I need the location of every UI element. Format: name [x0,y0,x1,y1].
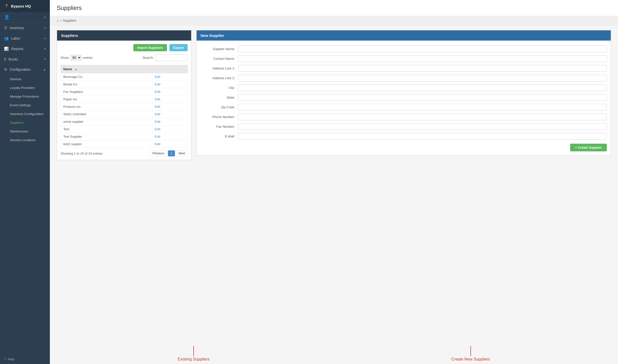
input-address-line1[interactable] [238,65,607,72]
reports-chevron-icon: ▾ [44,47,46,51]
showing-text: Showing 1 to 10 of 10 entries [61,152,102,155]
input-address-line2[interactable] [238,75,607,81]
sidebar-item-inventory-configuration[interactable]: Inventory Configuration [0,110,50,118]
label-zip-code: Zip Code: [201,105,238,109]
table-row: Bread Co. Edit [61,81,188,88]
form-row-zip-code: Zip Code: [201,104,607,111]
sidebar-item-labor[interactable]: 👥 Labor ▾ [0,33,50,44]
entries-select[interactable]: 50 25 10 [70,55,81,61]
user-menu[interactable]: 👤 ▾ [0,12,50,23]
pagination: Previous 1 Next [150,150,188,156]
user-chevron-icon: ▾ [44,16,46,19]
new-supplier-form: Supplier Name: Contact Name: Address Lin… [197,41,611,155]
form-row-state: State: [201,94,607,101]
edit-link[interactable]: Edit [155,127,160,131]
edit-cell[interactable]: Edit [152,133,187,140]
breadcrumb-separator: › [60,19,61,22]
table-row: Test Supplier Edit [61,133,188,140]
annotation-line-right [470,346,471,356]
previous-page-button[interactable]: Previous [150,150,167,156]
table-row: Produce Inc. Edit [61,103,188,111]
supplier-name-cell: Paper Inc [61,96,152,103]
create-supplier-button[interactable]: + Create Supplier [570,144,607,151]
form-row-contact-name: Contact Name: [201,55,607,62]
sidebar-item-devices[interactable]: Devices [0,75,50,83]
sidebar-item-warehouses[interactable]: Warehouses [0,127,50,136]
new-supplier-panel-header: New Supplier [197,30,611,41]
table-row: Test Edit [61,125,188,133]
help-link[interactable]: ? Help [0,354,50,364]
table-row: some supplier Edit [61,118,188,125]
location-pin-icon: 📍 [4,3,9,8]
edit-link[interactable]: Edit [155,75,160,79]
next-page-button[interactable]: Next [176,150,188,156]
sidebar-item-service-locations[interactable]: Service Locations [0,136,50,144]
configuration-chevron-icon: ▲ [43,68,46,71]
sidebar-item-configuration[interactable]: ⚙ Configuration ▲ [0,64,50,75]
edit-cell[interactable]: Edit [152,81,187,88]
table-search-row: Search: [143,54,188,61]
edit-cell[interactable]: Edit [152,96,187,103]
export-button[interactable]: Export [169,44,188,51]
sidebar-item-event-settings[interactable]: Event Settings [0,101,50,110]
annotation-line-left [193,346,194,356]
table-footer: Showing 1 to 10 of 10 entries Previous 1… [61,150,188,156]
table-row: Paper Inc Edit [61,96,188,103]
edit-link[interactable]: Edit [155,112,160,116]
bucks-icon: $ [4,57,6,61]
labor-icon: 👥 [4,36,9,41]
input-fax-number[interactable] [238,123,607,130]
suppliers-panel: Suppliers Import Suppliers Export Show [57,30,191,160]
page-1-button[interactable]: 1 [168,150,175,156]
form-row-address-line1: Address Line 1: [201,65,607,72]
edit-link[interactable]: Edit [155,82,160,86]
breadcrumb-current: Suppliers [63,19,76,22]
edit-cell[interactable]: Edit [152,73,187,81]
page-title: Suppliers [57,4,611,11]
edit-link[interactable]: Edit [155,135,160,138]
search-input[interactable] [155,54,188,61]
reports-icon: 📊 [4,47,9,51]
form-row-email: E-Mail: [201,133,607,140]
sidebar-header: 📍 Bypass HQ [0,0,50,12]
suppliers-table-body: Beverage Co. Edit Bread Co. Edit Fox Sup… [61,73,188,148]
sidebar-item-inventory[interactable]: ☰ Inventory ▾ [0,23,50,33]
input-zip-code[interactable] [238,104,607,111]
edit-link[interactable]: Edit [155,90,160,94]
form-row-fax-number: Fax Number: [201,123,607,130]
supplier-name-cell: Bread Co. [61,81,152,88]
annotations: Existing Suppliers Create New Suppliers [50,341,618,364]
edit-cell[interactable]: Edit [152,118,187,125]
breadcrumb: ⌂ › Suppliers [50,16,618,25]
sidebar-item-reports[interactable]: 📊 Reports ▾ [0,44,50,54]
table-controls-top: Import Suppliers Export [61,44,188,51]
app-name: Bypass HQ [11,4,31,8]
name-column-header[interactable]: Name ▲ [61,65,152,73]
form-row-supplier-name: Supplier Name: [201,46,607,52]
edit-link[interactable]: Edit [155,142,160,146]
sidebar-item-manage-promotions[interactable]: Manage Promotions [0,92,50,101]
input-city[interactable] [238,84,607,91]
label-supplier-name: Supplier Name: [201,47,238,51]
breadcrumb-home-icon[interactable]: ⌂ [57,19,59,22]
label-phone-number: Phone Number: [201,115,238,119]
show-search-row: Show 50 25 10 entries Search: [61,54,188,63]
edit-cell[interactable]: Edit [152,125,187,133]
sidebar-item-suppliers[interactable]: Suppliers [0,118,50,127]
edit-cell[interactable]: Edit [152,88,187,96]
input-phone-number[interactable] [238,114,607,120]
sidebar-item-bucks[interactable]: $ Bucks ▾ [0,54,50,64]
input-supplier-name[interactable] [238,46,607,52]
edit-cell[interactable]: Edit [152,140,187,148]
input-state[interactable] [238,94,607,101]
sidebar: 📍 Bypass HQ 👤 ▾ ☰ Inventory ▾ 👥 Labor ▾ … [0,0,50,364]
input-email[interactable] [238,133,607,140]
edit-link[interactable]: Edit [155,105,160,109]
sidebar-item-loyalty-providers[interactable]: Loyalty Providers [0,83,50,92]
import-suppliers-button[interactable]: Import Suppliers [133,44,167,51]
input-contact-name[interactable] [238,55,607,62]
edit-cell[interactable]: Edit [152,103,187,111]
edit-link[interactable]: Edit [155,97,160,101]
edit-cell[interactable]: Edit [152,111,187,118]
edit-link[interactable]: Edit [155,120,160,123]
